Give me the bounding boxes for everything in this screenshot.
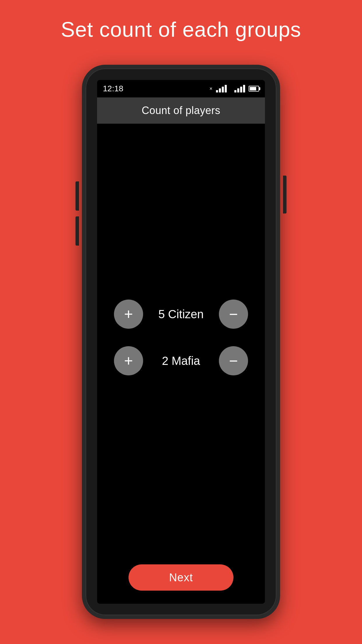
sig-bar-1 bbox=[216, 90, 218, 92]
sig2-bar-1 bbox=[234, 90, 236, 92]
phone-device: 12:18 × bbox=[82, 65, 280, 619]
citizen-count-label: 5 Citizen bbox=[155, 308, 207, 321]
battery-icon bbox=[249, 86, 259, 92]
status-bar: 12:18 × bbox=[97, 80, 265, 97]
screen-bottom: Next bbox=[97, 551, 265, 604]
sig-bar-2 bbox=[219, 88, 221, 92]
volume-up-button bbox=[75, 181, 79, 211]
sig2-bar-4 bbox=[243, 85, 245, 92]
app-bar: Count of players bbox=[97, 97, 265, 124]
sig-bar-4 bbox=[225, 85, 227, 92]
mafia-decrease-button[interactable]: − bbox=[219, 346, 248, 375]
citizen-decrease-button[interactable]: − bbox=[219, 300, 248, 329]
next-button[interactable]: Next bbox=[129, 564, 233, 591]
sig2-bar-2 bbox=[237, 88, 239, 92]
screen-content: + 5 Citizen − + 2 Mafia − bbox=[97, 124, 265, 551]
signal-strength-2-icon bbox=[234, 85, 245, 92]
battery-fill bbox=[250, 87, 256, 90]
citizen-row: + 5 Citizen − bbox=[109, 300, 253, 329]
app-bar-title: Count of players bbox=[142, 104, 220, 117]
status-time: 12:18 bbox=[103, 84, 123, 93]
sig-bar-3 bbox=[222, 87, 224, 92]
sig2-bar-3 bbox=[240, 87, 242, 92]
volume-down-button bbox=[75, 216, 79, 246]
phone-body: 12:18 × bbox=[82, 65, 280, 619]
page-title: Set count of each groups bbox=[61, 18, 301, 41]
power-button bbox=[283, 176, 287, 214]
signal-strength-icon bbox=[216, 85, 227, 92]
signal-x-icon: × bbox=[209, 86, 212, 92]
citizen-increase-button[interactable]: + bbox=[114, 300, 143, 329]
mafia-increase-button[interactable]: + bbox=[114, 346, 143, 375]
mafia-count-label: 2 Mafia bbox=[155, 354, 207, 368]
status-icons: × bbox=[209, 85, 259, 92]
phone-screen: 12:18 × bbox=[97, 80, 265, 604]
mafia-row: + 2 Mafia − bbox=[109, 346, 253, 375]
